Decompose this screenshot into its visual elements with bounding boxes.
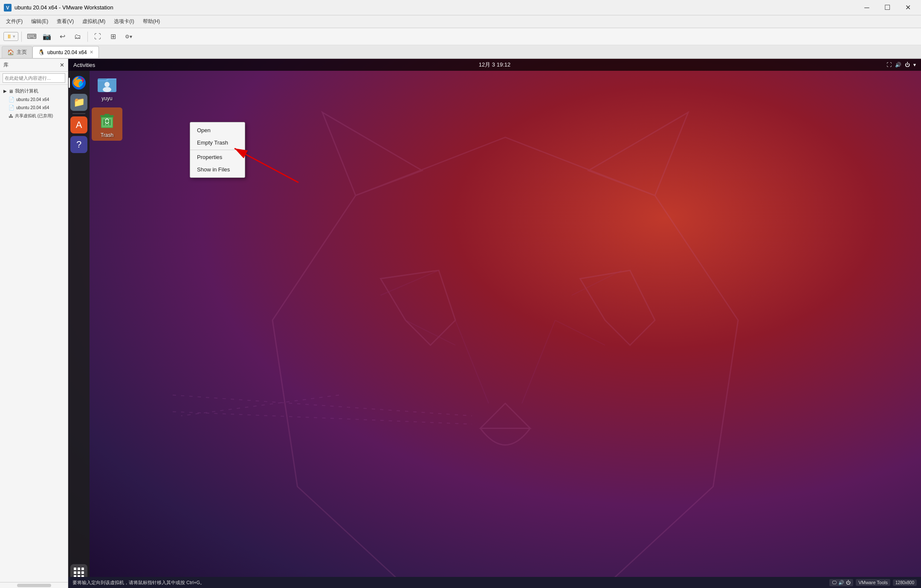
ubuntu-desktop[interactable]: Activities 12月 3 19:12 ⛶ 🔊 ⏻ ▾	[68, 59, 921, 588]
svg-marker-3	[322, 113, 422, 196]
context-menu-properties[interactable]: Properties	[190, 151, 245, 163]
tree-item-ubuntu2[interactable]: 📄 ubuntu 20.04 x64	[0, 104, 68, 112]
desktop-icon-trash[interactable]: Trash	[92, 107, 122, 141]
tab-vm-label: ubuntu 20.04 x64	[47, 49, 87, 55]
appstore-icon: A	[76, 119, 82, 130]
toolbar-sep-2	[87, 32, 88, 42]
unity-button[interactable]: ⊞	[106, 31, 120, 43]
context-menu: Open Empty Trash Properties Show in File…	[190, 122, 245, 178]
settings-button[interactable]: ⚙▾	[122, 31, 135, 43]
snapshot-take-button[interactable]: 📷	[40, 31, 54, 43]
pause-icon: ⏸	[6, 33, 12, 40]
tab-home[interactable]: 🏠 主页	[2, 46, 32, 58]
resolution-status: 1280x800	[893, 579, 917, 586]
tree-label-shared: 共享虚拟机 (已弃用)	[15, 113, 53, 119]
tree-item-my-computer[interactable]: ▶ 🖥 我的计算机	[0, 87, 68, 96]
tree-icon-vm1: 📄	[9, 97, 14, 102]
pause-dropdown-icon[interactable]: ▾	[13, 34, 15, 39]
desktop-icons: yuyu	[92, 71, 122, 144]
activities-label: Activities	[73, 62, 95, 68]
ubuntu-dock: 📁 A ?	[68, 71, 90, 588]
svg-point-27	[104, 82, 110, 87]
svg-rect-32	[104, 114, 110, 116]
vm-display[interactable]: Activities 12月 3 19:12 ⛶ 🔊 ⏻ ▾	[68, 59, 921, 588]
user-folder-label: yuyu	[101, 96, 112, 101]
desktop-icon-user-folder[interactable]: yuyu	[92, 71, 122, 104]
dock-item-help[interactable]: ?	[70, 136, 87, 153]
title-bar: V ubuntu 20.04 x64 - VMware Workstation …	[0, 0, 921, 15]
help-icon: ?	[76, 139, 81, 150]
maximize-button[interactable]: ☐	[878, 0, 897, 15]
network-icon[interactable]: ⛶	[886, 62, 892, 68]
dock-item-appstore[interactable]: A	[70, 116, 87, 133]
dock-item-files[interactable]: 📁	[70, 94, 87, 111]
menu-view[interactable]: 查看(V)	[52, 16, 78, 27]
tab-vm-close[interactable]: ✕	[90, 49, 93, 55]
svg-line-15	[572, 270, 622, 295]
status-right-icons: 🖵 🔊 ⏻ VMware Tools 1280x800	[829, 579, 917, 586]
sidebar-bottom	[0, 582, 68, 588]
trash-label: Trash	[101, 132, 113, 138]
trash-icon	[97, 110, 117, 130]
menu-help[interactable]: 帮助(H)	[139, 16, 165, 27]
toolbar: ⏸ ▾ ⌨ 📷 ↩ 🗂 ⛶ ⊞ ⚙▾	[0, 28, 921, 45]
svg-text:V: V	[6, 5, 9, 10]
svg-marker-2	[272, 137, 738, 588]
fullscreen-button[interactable]: ⛶	[91, 31, 104, 43]
status-sound-icon: 🔊	[838, 580, 844, 585]
tree-label-ubuntu1: ubuntu 20.04 x64	[16, 97, 49, 102]
trash-svg	[97, 110, 117, 130]
title-bar-controls: ─ ☐ ✕	[857, 0, 918, 15]
window-title: ubuntu 20.04 x64 - VMware Workstation	[14, 4, 857, 11]
menu-edit[interactable]: 编辑(E)	[27, 16, 52, 27]
sidebar-close-icon[interactable]: ✕	[60, 62, 64, 68]
minimize-button[interactable]: ─	[857, 0, 877, 15]
tab-vm[interactable]: 🐧 ubuntu 20.04 x64 ✕	[32, 46, 99, 58]
menu-file[interactable]: 文件(F)	[2, 16, 27, 27]
ubuntu-topbar: Activities 12月 3 19:12 ⛶ 🔊 ⏻ ▾	[68, 59, 921, 71]
svg-line-18	[455, 320, 489, 403]
tree-item-ubuntu1[interactable]: 📄 ubuntu 20.04 x64	[0, 96, 68, 104]
tree-expand-icon: ▶	[3, 89, 7, 93]
svg-line-21	[173, 412, 472, 424]
close-button[interactable]: ✕	[898, 0, 918, 15]
snapshot-restore-button[interactable]: ↩	[55, 31, 69, 43]
tab-home-label: 主页	[17, 49, 27, 56]
dock-item-firefox[interactable]	[70, 74, 87, 91]
vm-tab-icon: 🐧	[38, 49, 45, 55]
menu-tabs[interactable]: 选项卡(I)	[110, 16, 138, 27]
tree-icon-vm2: 📄	[9, 105, 14, 110]
pause-button[interactable]: ⏸ ▾	[3, 32, 18, 41]
svg-line-16	[405, 320, 455, 345]
context-menu-empty-trash[interactable]: Empty Trash	[190, 136, 245, 149]
status-power-icon: ⏻	[846, 580, 851, 585]
ubuntu-status-bar: 要将输入定向到该虚拟机，请将鼠标指针移入其中或按 Ctrl+G。 🖵 🔊 ⏻ V…	[68, 577, 921, 588]
tree-label-my-computer: 我的计算机	[15, 88, 38, 94]
sidebar-search-container	[0, 72, 68, 85]
context-menu-open[interactable]: Open	[190, 124, 245, 136]
activities-button[interactable]: Activities	[73, 62, 95, 68]
topbar-system-icons: ⛶ 🔊 ⏻ ▾	[886, 62, 916, 68]
status-hint-text: 要将输入定向到该虚拟机，请将鼠标指针移入其中或按 Ctrl+G。	[72, 579, 205, 586]
firefox-icon	[71, 75, 87, 90]
svg-line-17	[555, 320, 605, 345]
svg-line-20	[173, 395, 472, 416]
datetime-display[interactable]: 12月 3 19:12	[479, 61, 510, 69]
sidebar-scrollbar[interactable]	[17, 584, 51, 587]
vmware-tools-icon: VMware Tools	[858, 580, 888, 585]
context-menu-separator	[190, 150, 245, 150]
user-folder-icon	[97, 73, 117, 94]
vmware-sidebar: 库 ✕ ▶ 🖥 我的计算机 📄 ubuntu 20.04 x64 📄 ub	[0, 59, 68, 588]
send-ctrl-alt-del-button[interactable]: ⌨	[25, 31, 38, 43]
volume-icon[interactable]: 🔊	[895, 62, 901, 68]
sidebar-title: 库	[3, 61, 9, 69]
sidebar-search-input[interactable]	[3, 73, 65, 83]
context-menu-show-in-files[interactable]: Show in Files	[190, 163, 245, 176]
toolbar-sep-1	[21, 32, 22, 42]
menu-vm[interactable]: 虚拟机(M)	[78, 16, 110, 27]
snapshot-manager-button[interactable]: 🗂	[71, 31, 84, 43]
tree-icon-computer: 🖥	[9, 89, 13, 94]
tree-item-shared-vms[interactable]: 🖧 共享虚拟机 (已弃用)	[0, 112, 68, 120]
topbar-menu-icon[interactable]: ▾	[913, 62, 916, 68]
power-icon[interactable]: ⏻	[905, 62, 910, 68]
